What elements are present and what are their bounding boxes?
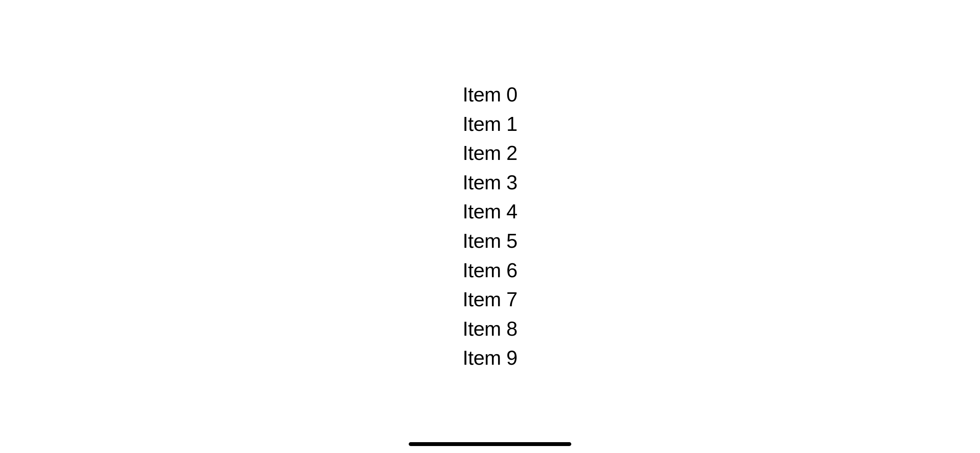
list-item: Item 1: [463, 110, 517, 139]
home-indicator: [409, 442, 571, 446]
list-item: Item 6: [463, 256, 517, 285]
list-item: Item 8: [463, 314, 517, 344]
list-item: Item 5: [463, 226, 517, 256]
list-item: Item 3: [463, 168, 517, 197]
list-item: Item 2: [463, 139, 517, 168]
list-item: Item 7: [463, 285, 517, 314]
list-item: Item 4: [463, 197, 517, 226]
list-item: Item 9: [463, 343, 517, 373]
list-container: Item 0Item 1Item 2Item 3Item 4Item 5Item…: [463, 80, 517, 373]
list-item: Item 0: [463, 80, 517, 110]
